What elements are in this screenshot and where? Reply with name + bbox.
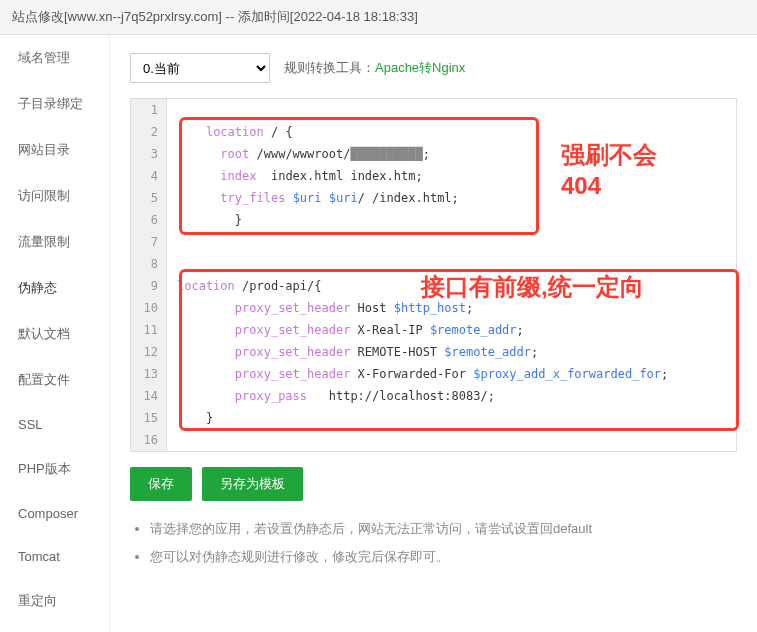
sidebar-item[interactable]: 域名管理 — [0, 35, 109, 81]
code-line: proxy_set_header Host $http_host; — [177, 297, 726, 319]
sidebar-item[interactable]: 流量限制 — [0, 219, 109, 265]
tip-item: 请选择您的应用，若设置伪静态后，网站无法正常访问，请尝试设置回default — [150, 519, 737, 539]
code-editor[interactable]: 12345678910111213141516 location / { roo… — [130, 98, 737, 452]
code-line: location / { — [177, 121, 726, 143]
main-container: 域名管理子目录绑定网站目录访问限制流量限制伪静态默认文档配置文件SSLPHP版本… — [0, 35, 757, 632]
line-gutter: 12345678910111213141516 — [131, 99, 167, 451]
toolbar: 0.当前 规则转换工具：Apache转Nginx — [130, 53, 737, 83]
sidebar-item[interactable]: 访问限制 — [0, 173, 109, 219]
convert-link[interactable]: Apache转Nginx — [375, 60, 465, 75]
tips-list: 请选择您的应用，若设置伪静态后，网站无法正常访问，请尝试设置回default您可… — [130, 519, 737, 566]
page-header: 站点修改[www.xn--j7q52prxlrsy.com] -- 添加时间[2… — [0, 0, 757, 35]
sidebar-item[interactable]: Composer — [0, 492, 109, 535]
sidebar: 域名管理子目录绑定网站目录访问限制流量限制伪静态默认文档配置文件SSLPHP版本… — [0, 35, 110, 632]
sidebar-item[interactable]: 反向代理 — [0, 624, 109, 632]
code-line: } — [177, 209, 726, 231]
code-line: location /prod-api/{ — [177, 275, 726, 297]
main-panel: 0.当前 规则转换工具：Apache转Nginx 123456789101112… — [110, 35, 757, 632]
tip-item: 您可以对伪静态规则进行修改，修改完后保存即可。 — [150, 547, 737, 567]
code-line: proxy_set_header REMOTE-HOST $remote_add… — [177, 341, 726, 363]
code-line: } — [177, 407, 726, 429]
code-line: root /www/wwwroot/██████████; — [177, 143, 726, 165]
code-line — [177, 99, 726, 121]
sidebar-item[interactable]: SSL — [0, 403, 109, 446]
save-button[interactable]: 保存 — [130, 467, 192, 501]
toolbar-label: 规则转换工具：Apache转Nginx — [284, 59, 465, 77]
code-line: proxy_set_header X-Forwarded-For $proxy_… — [177, 363, 726, 385]
sidebar-item[interactable]: 配置文件 — [0, 357, 109, 403]
save-as-template-button[interactable]: 另存为模板 — [202, 467, 303, 501]
sidebar-item[interactable]: 默认文档 — [0, 311, 109, 357]
sidebar-item[interactable]: PHP版本 — [0, 446, 109, 492]
sidebar-item[interactable]: 重定向 — [0, 578, 109, 624]
sidebar-item[interactable]: 子目录绑定 — [0, 81, 109, 127]
code-line: try_files $uri $uri/ /index.html; — [177, 187, 726, 209]
code-line — [177, 231, 726, 253]
code-line: index index.html index.htm; — [177, 165, 726, 187]
button-row: 保存 另存为模板 — [130, 467, 737, 501]
code-area[interactable]: location / { root /www/wwwroot/█████████… — [167, 99, 736, 451]
sidebar-item[interactable]: 伪静态 — [0, 265, 109, 311]
sidebar-item[interactable]: Tomcat — [0, 535, 109, 578]
code-line — [177, 429, 726, 451]
code-line — [177, 253, 726, 275]
template-select[interactable]: 0.当前 — [130, 53, 270, 83]
page-title: 站点修改[www.xn--j7q52prxlrsy.com] -- 添加时间[2… — [12, 9, 418, 24]
code-line: proxy_set_header X-Real-IP $remote_addr; — [177, 319, 726, 341]
sidebar-item[interactable]: 网站目录 — [0, 127, 109, 173]
code-line: proxy_pass http://localhost:8083/; — [177, 385, 726, 407]
